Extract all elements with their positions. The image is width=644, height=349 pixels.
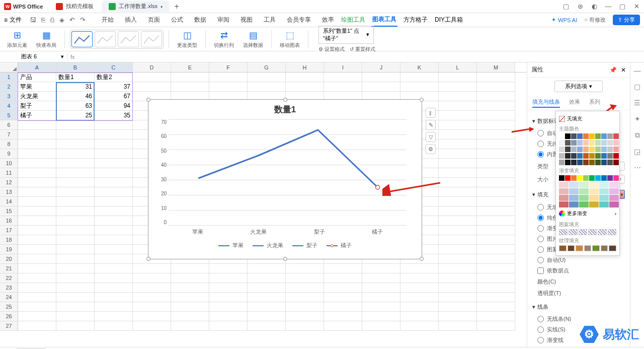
cell[interactable]: [209, 264, 248, 273]
gradient-cell[interactable]: [569, 188, 579, 194]
close-pane-icon[interactable]: ✕: [621, 66, 626, 74]
cell[interactable]: 63: [56, 101, 95, 111]
radio[interactable]: [537, 257, 544, 263]
prop-tab-effects[interactable]: 效果: [569, 97, 580, 108]
cell[interactable]: [439, 73, 477, 82]
cell[interactable]: [477, 254, 515, 264]
cell[interactable]: [477, 283, 515, 293]
cell[interactable]: [477, 120, 515, 130]
cell[interactable]: [477, 130, 515, 139]
cell[interactable]: [400, 293, 439, 302]
tool-icon[interactable]: ▢: [634, 83, 640, 91]
formula-bar[interactable]: fx: [70, 54, 75, 60]
cell[interactable]: [95, 264, 133, 273]
resize-handle[interactable]: [146, 98, 150, 102]
cell[interactable]: [477, 226, 515, 235]
cell[interactable]: [18, 283, 56, 293]
gradient-cell[interactable]: [569, 201, 579, 207]
cell[interactable]: 35: [95, 111, 133, 120]
spreadsheet-grid[interactable]: ABCDEFGHIJKLM 1产品数量1数量22苹果31373火龙果46674梨…: [0, 62, 527, 347]
gradient-cell[interactable]: [579, 201, 589, 207]
color-cell[interactable]: [565, 140, 571, 146]
cell[interactable]: [477, 312, 515, 321]
cell[interactable]: [362, 312, 400, 321]
cell[interactable]: [56, 168, 95, 178]
add-tab-button[interactable]: +: [171, 1, 183, 13]
color-cell[interactable]: [559, 147, 565, 152]
cell[interactable]: [18, 159, 56, 168]
cell[interactable]: 苹果: [18, 82, 56, 92]
cell[interactable]: [18, 293, 56, 302]
cell[interactable]: [95, 293, 133, 302]
color-cell[interactable]: [583, 147, 589, 152]
style-thumb[interactable]: [141, 31, 162, 47]
row-header[interactable]: 1: [0, 73, 18, 82]
resize-handle[interactable]: [283, 98, 287, 102]
cell[interactable]: [248, 302, 286, 312]
color-cell[interactable]: [559, 153, 565, 159]
cell[interactable]: [439, 130, 477, 139]
color-cell[interactable]: [613, 147, 619, 152]
radio[interactable]: [537, 130, 544, 136]
ribbon-tab[interactable]: 页面: [147, 14, 161, 26]
cell[interactable]: [133, 312, 171, 321]
cell[interactable]: 31: [56, 82, 95, 92]
row-header[interactable]: 16: [0, 216, 18, 226]
undo-icon[interactable]: ↶: [69, 16, 75, 24]
cell[interactable]: [171, 302, 209, 312]
resize-handle[interactable]: [146, 257, 150, 261]
cell[interactable]: [18, 139, 56, 149]
cell[interactable]: [324, 273, 362, 283]
close-icon[interactable]: ✕: [633, 3, 640, 10]
cell[interactable]: [95, 254, 133, 264]
texture-cell[interactable]: [601, 245, 608, 251]
cell[interactable]: [477, 321, 515, 331]
cell[interactable]: [209, 73, 248, 82]
legend-item[interactable]: 橘子: [327, 242, 352, 249]
chart-elements-button[interactable]: ⫿: [426, 108, 436, 118]
radio[interactable]: [537, 236, 544, 242]
ribbon-tab[interactable]: 数据: [193, 14, 207, 26]
color-cell[interactable]: [571, 153, 577, 159]
cell[interactable]: [400, 283, 439, 293]
cell[interactable]: [171, 283, 209, 293]
color-cell[interactable]: [595, 175, 601, 181]
color-cell[interactable]: [601, 153, 607, 159]
move-chart-button[interactable]: ⬚移动图表: [277, 30, 303, 49]
color-cell[interactable]: [613, 160, 619, 165]
cell[interactable]: [439, 216, 477, 226]
cell[interactable]: [324, 302, 362, 312]
cell[interactable]: [439, 178, 477, 187]
cell[interactable]: [400, 82, 439, 92]
pin-icon[interactable]: 📌: [609, 66, 617, 74]
ribbon-tab[interactable]: 公式: [170, 14, 184, 26]
column-header[interactable]: D: [133, 62, 171, 72]
radio-gradline[interactable]: 渐变线: [532, 335, 625, 345]
color-cell[interactable]: [601, 147, 607, 152]
gradient-cell[interactable]: [569, 182, 579, 188]
cell[interactable]: [248, 321, 286, 331]
legend-item[interactable]: 梨子: [292, 242, 317, 249]
cell[interactable]: [439, 149, 477, 159]
chart-settings-button[interactable]: ⚙: [426, 144, 436, 154]
chart-object[interactable]: ⫿ ✎ ▽ ⚙ 数量1 706050403020100 苹果火龙果梨子橘子 苹果…: [148, 99, 422, 259]
gradient-cell[interactable]: [579, 182, 589, 188]
cell[interactable]: [171, 312, 209, 321]
cell[interactable]: 产品: [18, 73, 56, 82]
cell[interactable]: [171, 264, 209, 273]
cell[interactable]: [286, 283, 324, 293]
radio-autofill[interactable]: 自动(U): [532, 255, 625, 265]
cell[interactable]: [133, 321, 171, 331]
ribbon-tab[interactable]: 会员专享: [286, 14, 312, 26]
cell[interactable]: [477, 206, 515, 216]
radio[interactable]: [537, 141, 544, 147]
cell[interactable]: [477, 111, 515, 120]
chart-styles-button[interactable]: ✎: [426, 120, 436, 130]
cell[interactable]: [248, 73, 286, 82]
color-cell[interactable]: [589, 140, 595, 146]
cell[interactable]: [439, 139, 477, 149]
row-header[interactable]: 13: [0, 187, 18, 197]
gradient-cell[interactable]: [559, 182, 569, 188]
color-cell[interactable]: [607, 147, 613, 152]
series-select[interactable]: 系列"数量1" 点 "橘子"▾: [318, 26, 374, 44]
